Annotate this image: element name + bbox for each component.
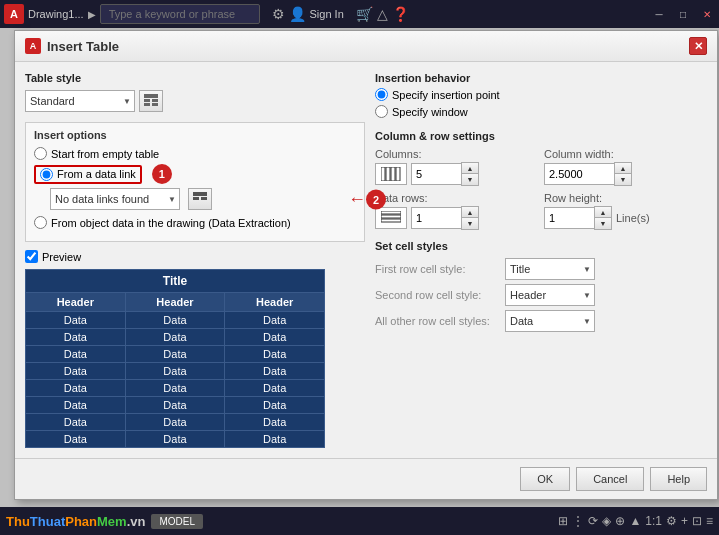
close-window-button[interactable]: ✕ [699,6,715,22]
columns-down-button[interactable]: ▼ [462,174,478,185]
dialog-close-button[interactable]: ✕ [689,37,707,55]
snap-icon[interactable]: ⋮ [572,514,584,528]
specify-point-radio-row: Specify insertion point [375,88,707,101]
data-rows-up-button[interactable]: ▲ [462,207,478,218]
preview-header-cell-1: Header [26,293,126,312]
svg-rect-3 [144,103,150,106]
data-rows-spinners: ▲ ▼ [461,206,479,230]
dialog-title-left: A Insert Table [25,38,119,54]
other-rows-select-wrapper: Data [505,310,595,332]
brand-thuat: Thuat [30,514,65,529]
row-height-up-button[interactable]: ▲ [595,207,611,218]
svg-rect-5 [193,192,207,196]
data-extract-radio-row: From object data in the drawing (Data Ex… [34,216,356,229]
preview-label: Preview [42,251,81,263]
row-height-label: Row height: [544,192,707,204]
panel-icon[interactable]: ≡ [706,514,713,528]
badge-1: 1 [152,164,172,184]
table-style-select[interactable]: Standard [25,90,135,112]
svg-rect-6 [193,197,199,200]
search-input[interactable] [100,4,260,24]
col-row-label: Column & row settings [375,130,707,142]
svg-rect-2 [152,99,158,102]
specify-point-radio[interactable] [375,88,388,101]
svg-rect-4 [152,103,158,106]
bottom-icons: ⊞ ⋮ ⟳ ◈ ⊕ ▲ 1:1 ⚙ + ⊡ ≡ [558,514,713,528]
preview-checkbox[interactable] [25,250,38,263]
table-link-icon [193,192,207,206]
rows-icon-svg [381,211,401,225]
specify-point-label: Specify insertion point [392,89,500,101]
second-row-style-select[interactable]: Header [505,284,595,306]
app-icon: A [4,4,24,24]
brand-thu: Thu [6,514,30,529]
col-width-spinners: ▲ ▼ [614,162,632,186]
ok-button[interactable]: OK [520,467,570,491]
data-extract-radio[interactable] [34,216,47,229]
svg-rect-12 [381,211,401,214]
signin-label[interactable]: Sign In [310,8,344,20]
left-panel: Table style Standard [25,72,365,448]
columns-input[interactable] [411,163,461,185]
table-style-row: Standard [25,90,365,112]
data-rows-input[interactable] [411,207,461,229]
preview-data-row-3: Data Data Data [26,346,325,363]
specify-window-radio[interactable] [375,105,388,118]
columns-up-button[interactable]: ▲ [462,163,478,174]
viewport-icon[interactable]: ⊡ [692,514,702,528]
columns-icon-svg [381,167,401,181]
arrow-annotation: ← 2 [348,189,386,210]
maximize-button[interactable]: □ [675,6,691,22]
cell-styles-section: Set cell styles First row cell style: Ti… [375,240,707,332]
data-rows-down-button[interactable]: ▼ [462,218,478,229]
preview-data-row-1: Data Data Data [26,312,325,329]
preview-header-cell-2: Header [125,293,225,312]
badge-2: 2 [366,189,386,209]
brand-text: ThuThuatPhanMem.vn [6,514,145,529]
plus-icon[interactable]: + [681,514,688,528]
row-height-input[interactable] [544,207,594,229]
data-link-radio[interactable] [40,168,53,181]
col-width-field: Column width: ▲ ▼ [544,148,707,186]
table-style-settings-button[interactable] [139,90,163,112]
insert-table-dialog: A Insert Table ✕ Table style Standard [14,30,718,500]
insertion-behavior-group: Insertion behavior Specify insertion poi… [375,72,707,118]
toolbar-right-icons: 🛒 △ ❓ [356,6,409,22]
other-rows-style-select[interactable]: Data [505,310,595,332]
col-width-input[interactable] [544,163,614,185]
col-width-down-button[interactable]: ▼ [615,174,631,185]
preview-data-row-7: Data Data Data [26,414,325,431]
first-row-style-select[interactable]: Title [505,258,595,280]
model-tab[interactable]: MODEL [151,514,203,529]
grid-icon[interactable]: ⊞ [558,514,568,528]
help-button[interactable]: Help [650,467,707,491]
second-row-select-wrapper: Header [505,284,595,306]
ortho-icon[interactable]: ⟳ [588,514,598,528]
minimize-button[interactable]: ─ [651,6,667,22]
second-row-style-label: Second row cell style: [375,289,505,301]
other-rows-style-row: All other row cell styles: Data [375,310,707,332]
preview-data-cell: Data [225,312,325,329]
svg-rect-10 [391,167,395,181]
3d-icon[interactable]: ▲ [629,514,641,528]
settings-icon[interactable]: ⚙ [666,514,677,528]
bottom-bar: ThuThuatPhanMem.vn MODEL ⊞ ⋮ ⟳ ◈ ⊕ ▲ 1:1… [0,507,719,535]
col-width-up-button[interactable]: ▲ [615,163,631,174]
cancel-button[interactable]: Cancel [576,467,644,491]
dialog-body: Table style Standard [15,62,717,458]
data-link-select[interactable]: No data links found [50,188,180,210]
scale-icon[interactable]: 1:1 [645,514,662,528]
polar-icon[interactable]: ◈ [602,514,611,528]
row-height-unit: Line(s) [616,212,650,224]
row-height-down-button[interactable]: ▼ [595,218,611,229]
empty-table-radio[interactable] [34,147,47,160]
osnap-icon[interactable]: ⊕ [615,514,625,528]
preview-data-row-8: Data Data Data [26,431,325,448]
columns-spin-row: ▲ ▼ [375,162,538,186]
svg-rect-13 [381,215,401,218]
toolbar-icons: ⚙ 👤 [272,6,306,22]
title-bar: A Drawing1... ▶ ⚙ 👤 Sign In 🛒 △ ❓ ─ □ ✕ [0,0,719,28]
data-link-label: From a data link [57,168,136,180]
insert-options-label: Insert options [34,129,356,141]
data-link-add-button[interactable] [188,188,212,210]
